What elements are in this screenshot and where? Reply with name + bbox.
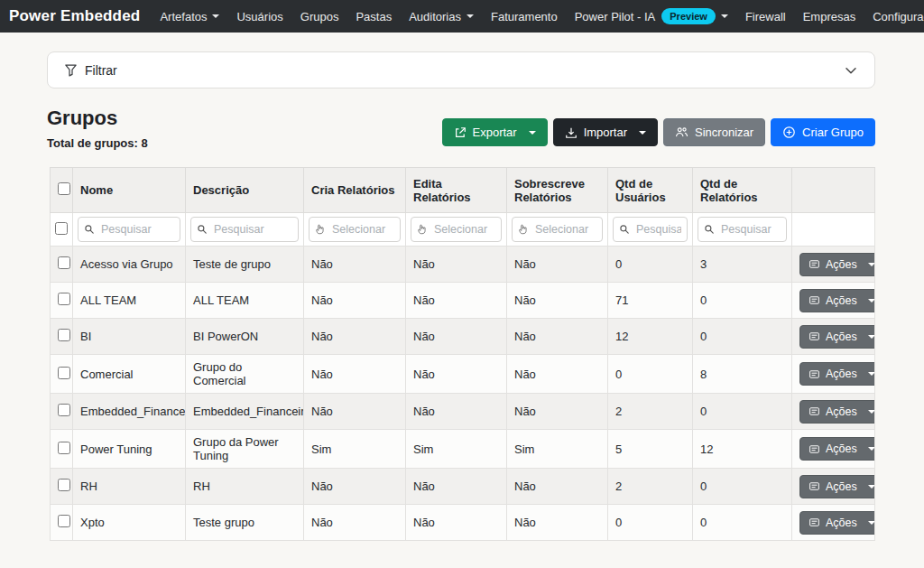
nav-item-pastas[interactable]: Pastas bbox=[356, 10, 392, 23]
select-all-checkbox[interactable] bbox=[58, 182, 70, 195]
cell-qtd-relatorios: 0 bbox=[693, 505, 792, 541]
nav-item-grupos[interactable]: Grupos bbox=[300, 10, 339, 23]
cell-nome: Acesso via Grupo bbox=[73, 247, 186, 283]
row-checkbox-cell bbox=[51, 505, 73, 541]
cell-cria-relatorios: Não bbox=[304, 247, 406, 283]
nav-item-artefatos[interactable]: Artefatos bbox=[160, 10, 219, 23]
row-checkbox-cell bbox=[51, 430, 73, 469]
qtd-relatorios-search-input[interactable] bbox=[698, 217, 787, 242]
create-group-button[interactable]: Criar Grupo bbox=[771, 118, 875, 146]
filter-panel-toggle[interactable]: Filtrar bbox=[47, 51, 875, 88]
brand-logo[interactable]: Power Embedded bbox=[9, 7, 140, 25]
chevron-down-icon bbox=[529, 131, 536, 135]
table-row: Acesso via Grupo Teste de grupo Não Não … bbox=[51, 247, 875, 283]
main-nav: Artefatos Usuários Grupos Pastas Auditor… bbox=[160, 8, 924, 24]
cell-descricao: RH bbox=[186, 469, 304, 505]
nav-item-label: Firewall bbox=[745, 10, 786, 23]
row-actions-button[interactable]: Ações bbox=[799, 325, 875, 349]
row-checkbox[interactable] bbox=[58, 479, 70, 491]
cell-qtd-usuarios: 0 bbox=[608, 247, 693, 283]
row-actions-button[interactable]: Ações bbox=[799, 362, 875, 386]
filter-actions-cell bbox=[792, 213, 875, 247]
row-checkbox-cell bbox=[51, 283, 73, 319]
nav-item-usuarios[interactable]: Usuários bbox=[236, 10, 282, 23]
nav-item-faturamento[interactable]: Faturamento bbox=[491, 10, 558, 23]
column-header-nome: Nome bbox=[73, 168, 186, 213]
row-checkbox[interactable] bbox=[58, 515, 70, 527]
row-actions-button[interactable]: Ações bbox=[799, 253, 875, 276]
chevron-down-icon[interactable] bbox=[844, 63, 858, 78]
nav-item-label: Pastas bbox=[356, 10, 392, 23]
cell-qtd-usuarios: 0 bbox=[608, 505, 693, 541]
row-checkbox[interactable] bbox=[58, 293, 70, 305]
sobrescreve-relatorios-select[interactable] bbox=[512, 217, 603, 242]
row-actions-cell: Ações bbox=[792, 394, 875, 430]
nav-item-label: Artefatos bbox=[160, 10, 207, 23]
cell-cria-relatorios: Não bbox=[304, 355, 406, 394]
page-title-block: Grupos Total de grupos: 8 bbox=[47, 107, 148, 150]
row-actions-label: Ações bbox=[826, 368, 857, 380]
nav-item-power-pilot[interactable]: Power Pilot - IAPreview bbox=[575, 8, 728, 24]
export-button[interactable]: Exportar bbox=[442, 118, 548, 146]
row-actions-label: Ações bbox=[826, 331, 857, 343]
chevron-down-icon bbox=[639, 131, 646, 135]
row-actions-button[interactable]: Ações bbox=[799, 289, 875, 312]
row-checkbox[interactable] bbox=[58, 329, 70, 341]
card-list-icon bbox=[808, 480, 820, 492]
column-header-descricao: Descrição bbox=[186, 168, 304, 213]
row-checkbox-cell bbox=[51, 394, 73, 430]
edita-relatorios-select[interactable] bbox=[411, 217, 502, 242]
cell-edita-relatorios: Não bbox=[406, 394, 507, 430]
card-list-icon bbox=[808, 405, 820, 417]
nav-item-auditorias[interactable]: Auditorias bbox=[409, 10, 474, 23]
row-checkbox[interactable] bbox=[58, 404, 70, 416]
cell-qtd-usuarios: 2 bbox=[608, 469, 693, 505]
cell-descricao: Teste grupo bbox=[186, 505, 304, 541]
row-checkbox[interactable] bbox=[58, 442, 70, 454]
page-header: Grupos Total de grupos: 8 Exportar Impor… bbox=[47, 107, 875, 150]
nav-item-empresas[interactable]: Empresas bbox=[803, 10, 856, 23]
sync-label: Sincronizar bbox=[695, 126, 753, 139]
sync-button[interactable]: Sincronizar bbox=[663, 118, 765, 146]
row-actions-button[interactable]: Ações bbox=[799, 511, 875, 535]
nav-item-label: Power Pilot - IA bbox=[575, 10, 656, 23]
row-actions-button[interactable]: Ações bbox=[799, 475, 875, 498]
nav-item-firewall[interactable]: Firewall bbox=[745, 10, 786, 23]
row-actions-button[interactable]: Ações bbox=[799, 437, 875, 461]
cell-cria-relatorios: Não bbox=[304, 469, 406, 505]
cria-filter-wrap bbox=[309, 217, 401, 242]
cell-nome: Embedded_Financeiro bbox=[73, 394, 186, 430]
row-actions-cell: Ações bbox=[792, 355, 875, 394]
import-label: Importar bbox=[584, 126, 627, 139]
description-search-input[interactable] bbox=[190, 217, 299, 242]
page-title: Grupos bbox=[47, 107, 148, 130]
nav-item-configuracoes[interactable]: Configurações bbox=[873, 10, 924, 23]
qtd-usuarios-search-input[interactable] bbox=[613, 217, 688, 242]
row-checkbox[interactable] bbox=[58, 256, 70, 269]
filter-row-checkbox[interactable] bbox=[55, 222, 68, 235]
card-list-icon bbox=[808, 368, 820, 380]
chevron-down-icon bbox=[868, 372, 875, 376]
cell-qtd-relatorios: 0 bbox=[693, 283, 792, 319]
cell-nome: Xpto bbox=[73, 505, 186, 541]
qtd-relatorios-filter-wrap bbox=[698, 217, 787, 242]
cria-relatorios-select[interactable] bbox=[309, 217, 401, 242]
cell-nome: ALL TEAM bbox=[73, 283, 186, 319]
row-checkbox-cell bbox=[51, 469, 73, 505]
cell-sobrescreve-relatorios: Não bbox=[507, 394, 608, 430]
name-filter-wrap bbox=[78, 217, 180, 242]
table-header-row: Nome Descrição Cria Relatórios Edita Rel… bbox=[51, 168, 875, 213]
select-all-cell bbox=[51, 168, 73, 213]
name-search-input[interactable] bbox=[78, 217, 180, 242]
cell-edita-relatorios: Não bbox=[406, 283, 507, 319]
row-actions-button[interactable]: Ações bbox=[799, 400, 875, 424]
plus-circle-icon bbox=[782, 126, 796, 139]
row-actions-cell: Ações bbox=[792, 469, 875, 505]
qtd-usuarios-filter-wrap bbox=[613, 217, 688, 242]
nav-item-label: Grupos bbox=[300, 10, 339, 23]
export-icon bbox=[454, 126, 467, 139]
row-checkbox[interactable] bbox=[58, 367, 70, 379]
import-button[interactable]: Importar bbox=[553, 118, 658, 146]
table-row: ALL TEAM ALL TEAM Não Não Não 71 0 Ações bbox=[51, 283, 875, 319]
chevron-down-icon bbox=[467, 14, 474, 18]
